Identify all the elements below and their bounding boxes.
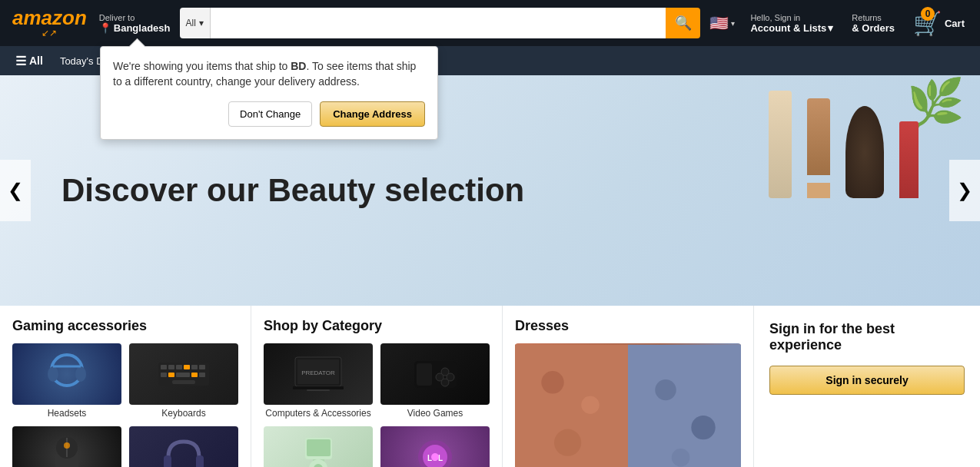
beauty-lipstick-img [899, 121, 919, 198]
dont-change-button[interactable]: Don't Change [228, 101, 312, 127]
chevron-left-icon: ❮ [8, 180, 23, 201]
svg-rect-8 [184, 365, 190, 369]
gaming-items-grid: Headsets [12, 343, 238, 467]
svg-point-45 [581, 396, 600, 414]
dresses-card: Dresses [503, 306, 753, 467]
product-cards: Gaming accessories Headsets [0, 306, 980, 467]
amazon-logo[interactable]: amazon ↙↗ [9, 5, 90, 41]
category-card: Shop by Category PREDATOR Computers & Ac… [251, 306, 502, 467]
gaming-item-headsets2[interactable]: Headsets [129, 426, 238, 467]
search-input[interactable] [211, 8, 666, 38]
flag-dropdown-arrow: ▾ [731, 19, 735, 28]
svg-rect-15 [199, 373, 205, 377]
svg-rect-29 [417, 363, 432, 386]
svg-rect-12 [168, 373, 174, 377]
svg-rect-13 [176, 373, 190, 377]
computers-img: PREDATOR [264, 343, 373, 405]
svg-rect-16 [172, 380, 195, 384]
account-menu[interactable]: Hello, Sign in Account & Lists ▾ [744, 10, 839, 37]
svg-point-48 [691, 416, 715, 439]
svg-point-33 [441, 379, 449, 386]
svg-rect-10 [199, 365, 205, 369]
computers-label: Computers & Accessories [265, 408, 370, 419]
dresses-card-title: Dresses [515, 318, 741, 334]
category-item-lol[interactable]: LOL LOL Surprise [380, 426, 490, 467]
svg-rect-21 [164, 455, 171, 467]
svg-rect-35 [307, 439, 331, 456]
nav-all-label: All [29, 55, 43, 67]
gaming-item-keyboards[interactable]: Keyboards [129, 343, 238, 419]
hero-next-button[interactable]: ❯ [949, 160, 980, 221]
keyboards-label: Keyboards [161, 408, 205, 419]
headsets-img [12, 343, 121, 405]
videogames-label: Video Games [407, 408, 463, 419]
console-img [380, 343, 490, 405]
orders-label: & Orders [852, 22, 895, 34]
category-item-computers[interactable]: PREDATOR Computers & Accessories [264, 343, 373, 419]
cart[interactable]: 🛒 0 Cart [907, 7, 971, 40]
account-lists-label: Account & Lists ▾ [750, 22, 833, 34]
svg-point-1 [48, 366, 58, 382]
cart-label: Cart [945, 18, 965, 29]
svg-rect-5 [161, 365, 167, 369]
popup-overlay: We're showing you items that ship to BD.… [100, 46, 438, 140]
logo-text: amazon [12, 8, 87, 28]
svg-rect-27 [307, 389, 330, 391]
location-icon: 📍 [99, 22, 111, 34]
svg-text:PREDATOR: PREDATOR [301, 369, 335, 376]
search-icon: 🔍 [675, 15, 692, 31]
svg-point-46 [554, 429, 581, 456]
search-bar: All ▾ 🔍 [180, 8, 701, 38]
header: amazon ↙↗ Deliver to 📍 Bangladesh All ▾ … [0, 0, 980, 46]
category-item-videogames[interactable]: Video Games [380, 343, 490, 419]
nav-all-button[interactable]: ☰ All [9, 51, 49, 71]
svg-rect-22 [196, 455, 204, 467]
gaming-item-headsets[interactable]: Headsets [12, 343, 121, 419]
cart-count: 0 [921, 7, 935, 21]
signin-button[interactable]: Sign in securely [769, 366, 965, 395]
svg-point-2 [75, 366, 86, 382]
returns-label: Returns [852, 13, 895, 22]
svg-point-20 [64, 442, 70, 449]
svg-rect-14 [191, 373, 198, 377]
dresses-img[interactable] [515, 343, 741, 467]
beauty-brush-img [845, 106, 884, 198]
search-category-dropdown[interactable]: All ▾ [180, 8, 211, 38]
beauty-bottle-img [769, 91, 792, 198]
hello-label: Hello, Sign in [750, 13, 833, 22]
svg-rect-26 [293, 386, 344, 389]
svg-point-42 [431, 453, 439, 461]
logo-smile: ↙↗ [42, 28, 57, 38]
headsets2-img [129, 426, 238, 467]
deliver-label: Deliver to [99, 13, 171, 22]
gaming-card-title: Gaming accessories [12, 318, 238, 334]
svg-point-49 [672, 449, 690, 467]
hero-product-images [769, 91, 919, 198]
hero-prev-button[interactable]: ❮ [0, 160, 31, 221]
hamburger-icon: ☰ [15, 54, 26, 68]
svg-rect-6 [168, 365, 174, 369]
babymonitor-img [264, 426, 373, 467]
returns-menu[interactable]: Returns & Orders [845, 10, 901, 37]
category-item-babymonitor[interactable]: Baby Monitors [264, 426, 373, 467]
gaming-item-mice[interactable]: Mice [12, 426, 121, 467]
account-dropdown-arrow: ▾ [828, 22, 833, 34]
change-address-button[interactable]: Change Address [320, 101, 425, 127]
headsets-label: Headsets [48, 408, 87, 419]
flag-icon: 🇺🇸 [709, 14, 729, 32]
deliver-to[interactable]: Deliver to 📍 Bangladesh [96, 10, 174, 37]
language-selector[interactable]: 🇺🇸 ▾ [706, 11, 738, 35]
right-stack: Sign in for the best experience Sign in … [754, 306, 980, 467]
keyboards-img [129, 343, 238, 405]
popup-text: We're showing you items that ship to BD.… [113, 59, 425, 89]
svg-rect-9 [191, 365, 198, 369]
category-card-title: Shop by Category [264, 318, 490, 334]
search-button[interactable]: 🔍 [666, 8, 700, 38]
chevron-down-icon: ▾ [199, 18, 204, 28]
chevron-right-icon: ❯ [957, 180, 972, 201]
svg-point-44 [541, 371, 563, 393]
popup-buttons: Don't Change Change Address [113, 101, 425, 127]
svg-point-47 [655, 379, 676, 400]
address-popup: We're showing you items that ship to BD.… [100, 46, 438, 140]
mice-img [12, 426, 121, 467]
